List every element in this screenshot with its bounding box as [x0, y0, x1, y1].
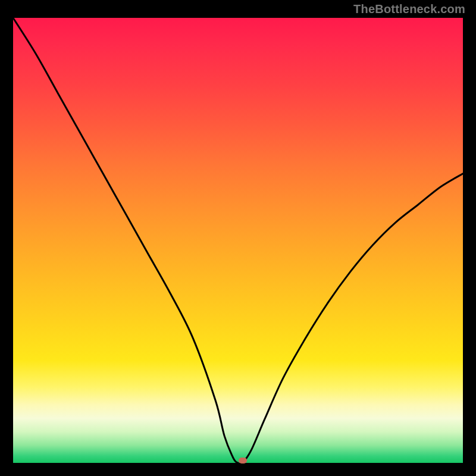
- chart-frame: TheBottleneck.com: [0, 0, 476, 476]
- minimum-marker: [239, 458, 247, 464]
- bottleneck-curve: [13, 18, 463, 463]
- plot-area: [13, 18, 463, 463]
- watermark-text: TheBottleneck.com: [353, 2, 465, 16]
